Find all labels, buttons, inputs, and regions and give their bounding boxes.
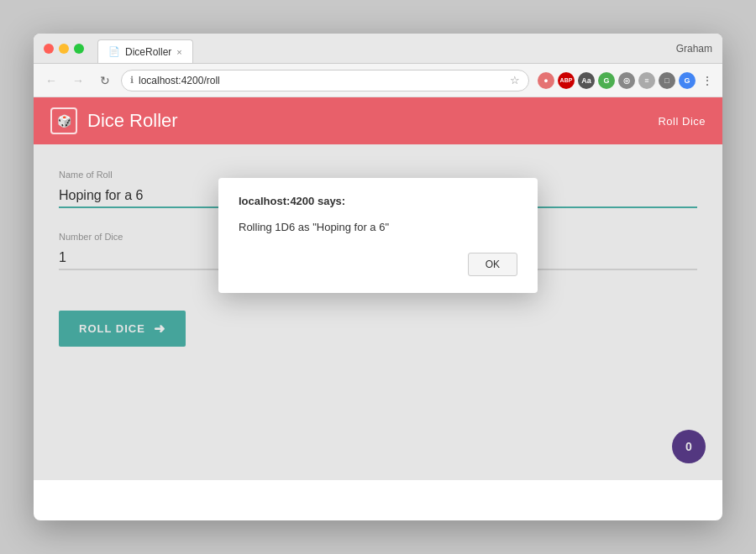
vpn-icon: ◎ [618,72,635,89]
security-icon: G [598,72,615,89]
dialog-footer: OK [239,253,517,276]
back-button[interactable]: ← [40,70,62,91]
tab-area: 📄 DiceRoller × [97,34,193,63]
bookmark-icon[interactable]: ☆ [510,74,520,86]
dialog-overlay: localhost:4200 says: Rolling 1D6 as "Hop… [34,144,722,480]
app-logo-icon: 🎲 [50,107,77,134]
extra-icon1: ≡ [638,72,655,89]
menu-icon[interactable]: ⋮ [699,72,716,89]
address-bar[interactable]: ℹ localhost:4200/roll ☆ [121,70,529,91]
maximize-button[interactable] [74,44,84,54]
traffic-lights [44,44,84,54]
browser-window: 📄 DiceRoller × Graham ← → ↻ ℹ localhost:… [34,34,722,520]
title-bar: 📄 DiceRoller × Graham [34,34,722,64]
nav-icons: ● ABP Aa G ◎ ≡ □ G ⋮ [538,72,716,89]
nav-bar: ← → ↻ ℹ localhost:4200/roll ☆ ● ABP Aa G… [34,64,722,97]
chrome-icon: ● [538,72,554,89]
roll-dice-header-button[interactable]: Roll Dice [658,115,706,128]
font-size-icon: Aa [578,72,595,89]
dialog-title: localhost:4200 says: [239,195,517,207]
app-header: 🎲 Dice Roller Roll Dice [34,97,722,144]
address-text: localhost:4200/roll [139,75,505,86]
abp-icon: ABP [558,72,575,89]
address-lock-icon: ℹ [130,75,134,86]
forward-button[interactable]: → [67,70,89,91]
tab-title: DiceRoller [125,46,171,58]
browser-tab[interactable]: 📄 DiceRoller × [97,39,193,63]
refresh-button[interactable]: ↻ [94,70,116,91]
extra-icon2: □ [659,72,675,89]
user-account-icon: G [679,72,696,89]
dialog-message: Rolling 1D6 as "Hoping for a 6" [239,219,517,236]
close-button[interactable] [44,44,54,54]
tab-page-icon: 📄 [108,46,120,57]
user-name: Graham [676,43,712,55]
app-title: Dice Roller [87,110,658,132]
app-content: Name of Roll Number of Dice Number of Si… [34,144,722,480]
alert-dialog: localhost:4200 says: Rolling 1D6 as "Hop… [218,178,538,293]
tab-close-icon[interactable]: × [176,47,181,57]
minimize-button[interactable] [59,44,69,54]
dialog-ok-button[interactable]: OK [468,253,517,276]
